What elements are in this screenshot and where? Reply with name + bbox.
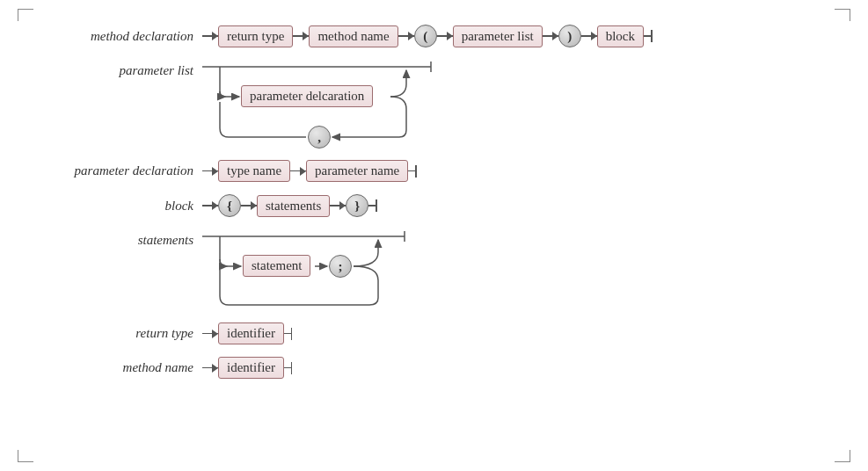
arrow-icon xyxy=(241,201,257,210)
terminal-close-paren: ) xyxy=(558,25,581,47)
rule-label: block xyxy=(26,199,202,214)
rule-block: block { statements } xyxy=(26,194,842,217)
arrow-icon xyxy=(202,330,218,338)
end-icon xyxy=(644,28,656,44)
diagram-content: method declaration return type method na… xyxy=(18,9,850,379)
arrow-icon xyxy=(202,167,218,176)
diagram-frame: method declaration return type method na… xyxy=(18,9,850,462)
nonterminal-method-name: method name xyxy=(309,25,398,47)
rule-statements: statements xyxy=(26,229,842,317)
terminal-semicolon: ; xyxy=(329,255,352,278)
nonterminal-parameter-list: parameter list xyxy=(453,25,543,47)
rule-parameter-list: parameter list xyxy=(26,60,842,155)
arrow-icon xyxy=(581,32,597,40)
arrow-icon xyxy=(202,201,218,210)
railroad-svg xyxy=(202,229,422,317)
end-icon xyxy=(368,198,381,214)
corner-tl xyxy=(18,9,33,21)
rule-label: method declaration xyxy=(26,29,202,44)
rule-label: parameter list xyxy=(26,60,202,78)
arrow-icon xyxy=(290,167,306,176)
rule-method-name: method name identifier xyxy=(26,357,842,379)
rule-diagram: statement ; xyxy=(202,229,422,317)
end-icon xyxy=(408,163,420,179)
arrow-icon xyxy=(543,32,558,40)
terminal-comma: , xyxy=(308,126,331,149)
rule-diagram: identifier xyxy=(202,357,296,379)
rule-diagram: parameter delcaration , xyxy=(202,60,449,155)
rule-label: return type xyxy=(26,326,202,341)
arrow-icon xyxy=(202,364,218,373)
nonterminal-identifier: identifier xyxy=(218,322,284,344)
rule-diagram: type name parameter name xyxy=(202,160,420,182)
rule-method-declaration: method declaration return type method na… xyxy=(26,25,842,47)
nonterminal-identifier: identifier xyxy=(218,357,284,379)
rule-label: parameter declaration xyxy=(26,163,202,178)
arrow-icon xyxy=(330,201,346,210)
terminal-open-paren: ( xyxy=(414,25,437,47)
rule-label: method name xyxy=(26,360,202,375)
rule-label: statements xyxy=(26,229,202,248)
nonterminal-statement: statement xyxy=(243,255,310,277)
rule-parameter-declaration: parameter declaration type name paramete… xyxy=(26,160,842,182)
arrow-icon xyxy=(437,32,453,40)
terminal-close-brace: } xyxy=(346,194,368,217)
rule-diagram: identifier xyxy=(202,322,296,344)
nonterminal-parameter-declaration: parameter delcaration xyxy=(241,85,373,107)
nonterminal-block: block xyxy=(597,25,644,47)
corner-br xyxy=(835,450,850,462)
rule-diagram: { statements } xyxy=(202,194,381,217)
arrow-icon xyxy=(202,32,218,40)
end-icon xyxy=(284,360,296,376)
nonterminal-return-type: return type xyxy=(218,25,293,47)
nonterminal-type-name: type name xyxy=(218,160,290,182)
arrow-icon xyxy=(293,32,309,40)
rule-diagram: return type method name ( parameter list… xyxy=(202,25,656,47)
corner-bl xyxy=(18,450,33,462)
end-icon xyxy=(284,326,296,342)
nonterminal-parameter-name: parameter name xyxy=(306,160,408,182)
arrow-icon xyxy=(398,32,414,40)
terminal-open-brace: { xyxy=(218,194,241,217)
nonterminal-statements: statements xyxy=(257,195,330,217)
rule-return-type: return type identifier xyxy=(26,322,842,344)
corner-tr xyxy=(835,9,850,21)
